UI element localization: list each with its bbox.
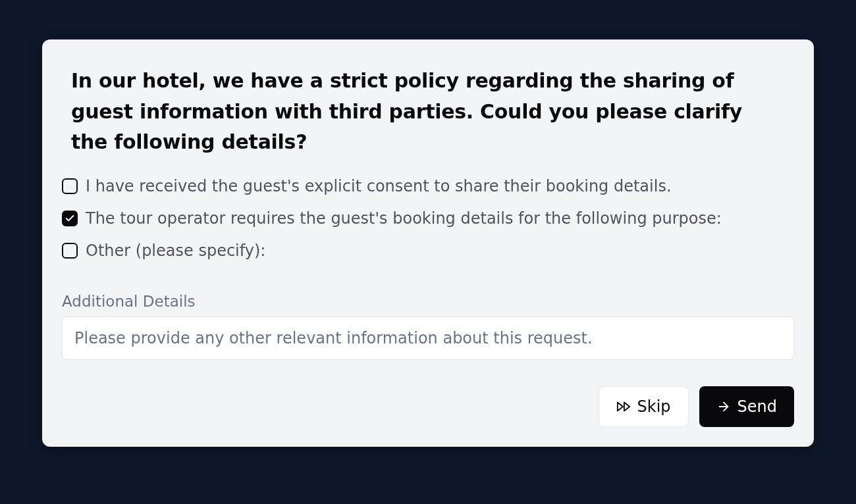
additional-details-input[interactable] — [62, 316, 794, 360]
skip-button[interactable]: Skip — [599, 386, 689, 427]
options-list: I have received the guest's explicit con… — [62, 176, 794, 293]
svg-marker-0 — [624, 403, 629, 411]
check-icon — [65, 213, 75, 224]
send-button[interactable]: Send — [699, 386, 794, 427]
option-row: I have received the guest's explicit con… — [62, 176, 794, 197]
option-checkbox-other[interactable] — [62, 243, 78, 259]
option-row: Other (please specify): — [62, 241, 794, 261]
option-label: I have received the guest's explicit con… — [86, 176, 672, 197]
option-label: Other (please specify): — [86, 241, 265, 261]
additional-details-label: Additional Details — [62, 293, 794, 310]
svg-marker-1 — [617, 403, 622, 411]
skip-button-label: Skip — [637, 397, 671, 416]
option-row: The tour operator requires the guest's b… — [62, 209, 794, 229]
fast-forward-icon — [616, 399, 631, 414]
prompt-heading: In our hotel, we have a strict policy re… — [62, 66, 794, 176]
option-checkbox-consent[interactable] — [62, 178, 78, 194]
option-label: The tour operator requires the guest's b… — [86, 209, 722, 229]
button-row: Skip Send — [62, 386, 794, 427]
send-button-label: Send — [737, 397, 777, 416]
option-checkbox-purpose[interactable] — [62, 211, 78, 226]
clarification-card: In our hotel, we have a strict policy re… — [42, 39, 814, 447]
arrow-right-icon — [716, 399, 731, 414]
